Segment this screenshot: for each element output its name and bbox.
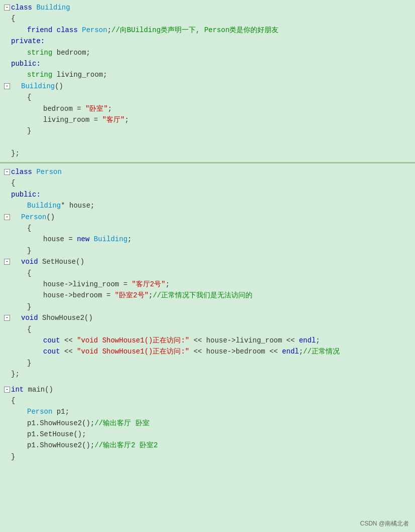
keyword-int: int xyxy=(11,384,28,395)
brace-showhouse2-open: { xyxy=(27,324,31,335)
brace-building-close: }; xyxy=(11,148,20,159)
cout2-op2: << house->bedroom << xyxy=(189,346,282,357)
line-showhouse2-close: } xyxy=(0,358,415,369)
livingroom-assign: living_room = xyxy=(43,114,102,125)
brace-person-ctor-open: { xyxy=(27,223,31,234)
line-house-new: house = new Building; xyxy=(0,234,415,245)
str-living2: "客厅2号" xyxy=(131,279,165,290)
semi3: ; xyxy=(124,114,128,125)
collapse-building[interactable]: - xyxy=(4,5,10,11)
keyword-endl2: endl xyxy=(282,346,299,357)
brace-person-ctor-close: } xyxy=(27,245,31,256)
func-showhouse2: ShowHouse2() xyxy=(42,312,93,323)
bedroom-assign: bedroom = xyxy=(43,103,85,114)
line-ctor-open: { xyxy=(0,92,415,103)
keyword-cout1: cout xyxy=(43,335,60,346)
keyword-public1: public: xyxy=(11,58,41,69)
brace-person-close: }; xyxy=(11,369,20,380)
code-container: - class Building { friend class Person;/… xyxy=(0,0,415,532)
func-main: main() xyxy=(28,384,53,395)
keyword-public2: public: xyxy=(11,189,41,200)
keyword-friend: friend xyxy=(27,25,57,36)
line-cout2: cout << "void ShowHouse1()正在访问:" << hous… xyxy=(0,346,415,357)
collapse-showhouse2[interactable]: - xyxy=(4,315,10,321)
house-bedroom-assign: house->bedroom = xyxy=(43,290,115,301)
line-cout1: cout << "void ShowHouse1()正在访问:" << hous… xyxy=(0,335,415,346)
line-public2: public: xyxy=(0,189,415,200)
brace-ctor-close: } xyxy=(27,125,31,136)
collapse-main[interactable]: - xyxy=(4,387,10,393)
var-living-room: living_room; xyxy=(57,69,107,80)
classname-building2: Building xyxy=(27,200,61,211)
comment-output1: //输出客厅 卧室 xyxy=(94,418,149,429)
watermark: CSDN @南橘北者 xyxy=(360,519,409,528)
keyword-new: new xyxy=(77,234,94,245)
str-bedroom2: "卧室2号" xyxy=(115,290,149,301)
house-living-assign: house->living_room = xyxy=(43,279,131,290)
line-main-decl: - int main() xyxy=(0,384,415,395)
line-house-decl: Building* house; xyxy=(0,200,415,211)
brace-main-close: } xyxy=(11,451,15,462)
collapse-person[interactable]: - xyxy=(4,169,10,175)
semi7: ; xyxy=(316,335,320,346)
line-showhouse2-decl: - void ShowHouse2() xyxy=(0,312,415,323)
collapse-person-ctor[interactable]: - xyxy=(4,214,10,220)
classname-building: Building xyxy=(36,2,70,13)
line-friend: friend class Person;//向BUilding类声明一下, Pe… xyxy=(0,25,415,36)
line-public1: public: xyxy=(0,58,415,69)
line-person-ctor: - Person() xyxy=(0,212,415,223)
section-divider xyxy=(0,162,415,163)
line-private: private: xyxy=(0,36,415,47)
comment-output2: //输出客厅2 卧室2 xyxy=(94,440,158,451)
line-sethouse-decl: - void SetHouse() xyxy=(0,256,415,267)
func-sethouse: SetHouse() xyxy=(42,256,84,267)
classname-person1: Person xyxy=(82,25,107,36)
keyword-void2: void xyxy=(21,312,42,323)
cout1-op1: << xyxy=(60,335,77,346)
p1-show2: p1.ShowHouse2(); xyxy=(27,440,94,451)
keyword-string1: string xyxy=(27,47,57,58)
brace-sethouse-open: { xyxy=(27,268,31,279)
keyword-endl1: endl xyxy=(299,335,316,346)
ptr-house: * house; xyxy=(61,200,94,211)
line-living-room: string living_room; xyxy=(0,69,415,80)
building-class-block: - class Building { friend class Person;/… xyxy=(0,0,415,161)
brace-person-open: { xyxy=(11,178,15,189)
line-p1-set: p1.SetHouse(); xyxy=(0,429,415,440)
line-main-open: { xyxy=(0,395,415,406)
comment-friend: //向BUilding类声明一下, Person类是你的好朋友 xyxy=(111,25,279,36)
line-main-close: } xyxy=(0,451,415,462)
p1-set: p1.SetHouse(); xyxy=(27,429,86,440)
main-block: - int main() { Person p1; p1.ShowHouse2(… xyxy=(0,382,415,465)
keyword-void1: void xyxy=(21,256,42,267)
line-p1-show1: p1.ShowHouse2();//输出客厅 卧室 xyxy=(0,418,415,429)
comment-normal: //正常情况 xyxy=(303,346,340,357)
brace-open1: { xyxy=(11,13,15,24)
semi6: ; xyxy=(149,290,153,301)
line-person-ctor-close: } xyxy=(0,245,415,256)
line-person-ctor-open: { xyxy=(0,223,415,234)
line-p1-show2: p1.ShowHouse2();//输出客厅2 卧室2 xyxy=(0,440,415,451)
semicolon1: ; xyxy=(107,25,111,36)
var-p1: p1; xyxy=(52,406,69,417)
classname-person3: Person xyxy=(27,406,52,417)
str-show1: "void ShowHouse1()正在访问:" xyxy=(77,335,189,346)
collapse-sethouse[interactable]: - xyxy=(4,259,10,265)
brace-showhouse2-close: } xyxy=(27,358,31,369)
semi2: ; xyxy=(108,103,112,114)
line-sethouse-close: } xyxy=(0,301,415,312)
ctor-parens: () xyxy=(55,81,63,92)
keyword-class3: class xyxy=(11,166,36,178)
house-assign: house = xyxy=(43,234,77,245)
keyword-cout2: cout xyxy=(43,346,60,357)
str-livingroom: "客厅" xyxy=(102,114,125,125)
ctor-building: Building xyxy=(21,81,55,92)
collapse-building-ctor[interactable]: - xyxy=(4,83,10,89)
line-class-person-close: }; xyxy=(0,369,415,380)
str-show2: "void ShowHouse1()正在访问:" xyxy=(77,346,189,357)
line-bedroom-assign: bedroom = "卧室"; xyxy=(0,103,415,114)
brace-main-open: { xyxy=(11,395,15,406)
line-sethouse-open: { xyxy=(0,268,415,279)
line-livingroom-assign: living_room = "客厅"; xyxy=(0,114,415,125)
classname-building3: Building xyxy=(94,234,127,245)
